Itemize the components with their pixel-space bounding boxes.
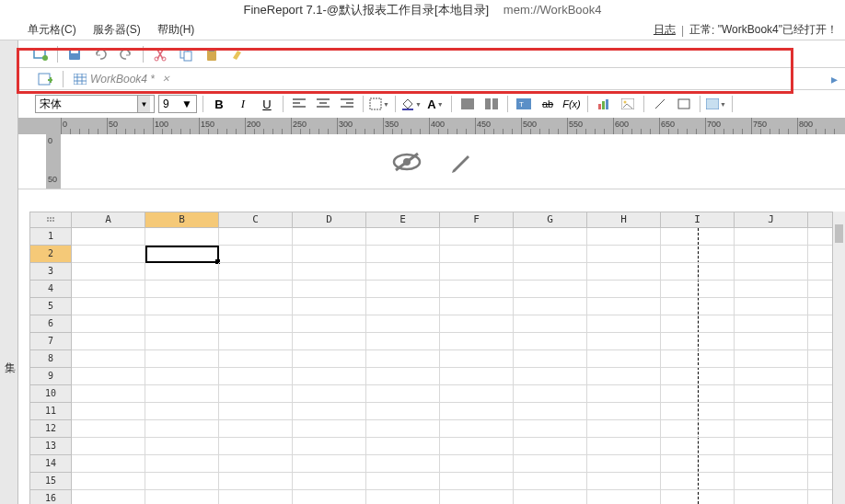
cell[interactable] <box>219 420 293 438</box>
cell[interactable] <box>366 246 440 263</box>
cell[interactable] <box>661 263 735 281</box>
cell[interactable] <box>293 333 366 350</box>
cell[interactable] <box>440 368 514 385</box>
cell[interactable] <box>145 490 219 504</box>
align-right-icon[interactable] <box>337 94 357 114</box>
cell[interactable] <box>219 263 293 281</box>
cell[interactable] <box>735 333 808 350</box>
cell[interactable] <box>661 385 735 403</box>
cell[interactable] <box>735 490 808 504</box>
cell[interactable] <box>587 438 661 455</box>
image-icon[interactable] <box>618 94 638 114</box>
cell[interactable] <box>661 490 735 504</box>
cell[interactable] <box>219 490 293 504</box>
fill-color-icon[interactable]: ▼ <box>401 94 422 114</box>
cell[interactable] <box>440 281 514 298</box>
menu-cell[interactable]: 单元格(C) <box>28 22 76 38</box>
vertical-ruler[interactable]: 0 50 <box>46 134 61 189</box>
cell[interactable] <box>587 455 661 473</box>
cell[interactable] <box>661 281 735 298</box>
row-header[interactable]: 4 <box>29 281 72 298</box>
cell[interactable] <box>145 473 219 490</box>
cell-style-icon[interactable]: ▼ <box>706 94 726 114</box>
cell[interactable] <box>145 455 219 473</box>
cell[interactable] <box>72 246 145 263</box>
cell[interactable] <box>735 281 808 298</box>
row-header[interactable]: 1 <box>29 228 72 246</box>
cell[interactable] <box>440 403 514 420</box>
cell[interactable] <box>366 455 440 473</box>
row-header[interactable]: 9 <box>29 368 72 385</box>
menu-help[interactable]: 帮助(H) <box>157 22 195 38</box>
cell[interactable] <box>366 420 440 438</box>
cell[interactable] <box>661 455 735 473</box>
cell[interactable] <box>735 246 808 263</box>
row-header[interactable]: 5 <box>29 298 72 315</box>
cell[interactable] <box>366 333 440 350</box>
merge-icon[interactable] <box>457 94 478 114</box>
paste-icon[interactable] <box>201 44 223 64</box>
cell[interactable] <box>661 350 735 368</box>
cell[interactable] <box>72 350 145 368</box>
cell[interactable] <box>735 298 808 315</box>
cell[interactable] <box>440 315 514 333</box>
cell[interactable] <box>72 333 145 350</box>
align-left-icon[interactable] <box>289 94 309 114</box>
unmerge-icon[interactable] <box>481 94 502 114</box>
cell[interactable] <box>440 438 514 455</box>
row-header[interactable]: 7 <box>29 333 72 350</box>
col-header[interactable]: A <box>72 212 145 228</box>
cell[interactable] <box>293 455 366 473</box>
cell[interactable] <box>440 420 514 438</box>
cell[interactable] <box>366 228 440 246</box>
shape-icon[interactable] <box>674 94 694 114</box>
align-center-icon[interactable] <box>313 94 333 114</box>
cell[interactable] <box>514 228 587 246</box>
eye-hidden-icon[interactable] <box>390 150 423 174</box>
col-header[interactable]: D <box>293 212 366 228</box>
cell[interactable] <box>219 281 293 298</box>
cell[interactable] <box>735 350 808 368</box>
cell[interactable] <box>145 420 219 438</box>
cell[interactable] <box>661 420 735 438</box>
cut-icon[interactable] <box>149 44 171 64</box>
cell[interactable] <box>587 246 661 263</box>
cell[interactable] <box>661 368 735 385</box>
cell[interactable] <box>440 333 514 350</box>
cell[interactable] <box>587 298 661 315</box>
cell[interactable] <box>72 281 145 298</box>
close-icon[interactable]: ✕ <box>162 74 169 84</box>
col-header[interactable]: C <box>219 212 293 228</box>
cell[interactable] <box>661 473 735 490</box>
col-header[interactable]: F <box>440 212 514 228</box>
cell[interactable] <box>366 473 440 490</box>
cell[interactable] <box>145 333 219 350</box>
cell[interactable] <box>661 315 735 333</box>
cell[interactable] <box>587 263 661 281</box>
cell[interactable] <box>514 385 587 403</box>
horizontal-ruler[interactable]: 0501001502002503003504004505005506006507… <box>18 118 845 134</box>
cell[interactable] <box>514 490 587 504</box>
cell[interactable] <box>587 281 661 298</box>
cell[interactable] <box>293 246 366 263</box>
cell[interactable] <box>293 438 366 455</box>
cell[interactable] <box>72 315 145 333</box>
cell[interactable] <box>72 228 145 246</box>
cell[interactable] <box>440 298 514 315</box>
col-header[interactable]: H <box>587 212 661 228</box>
line-icon[interactable] <box>650 94 670 114</box>
cell[interactable] <box>440 490 514 504</box>
cell[interactable] <box>219 315 293 333</box>
cell[interactable] <box>145 281 219 298</box>
save-icon[interactable] <box>64 44 86 64</box>
redo-icon[interactable] <box>115 44 137 64</box>
tab-workbook[interactable]: WorkBook4 * ✕ <box>65 70 178 88</box>
cell[interactable] <box>145 403 219 420</box>
cell[interactable] <box>440 263 514 281</box>
cell[interactable] <box>735 315 808 333</box>
row-header[interactable]: 6 <box>29 315 72 333</box>
cell[interactable] <box>514 368 587 385</box>
cell[interactable] <box>587 228 661 246</box>
cell[interactable] <box>293 281 366 298</box>
cell[interactable] <box>366 281 440 298</box>
